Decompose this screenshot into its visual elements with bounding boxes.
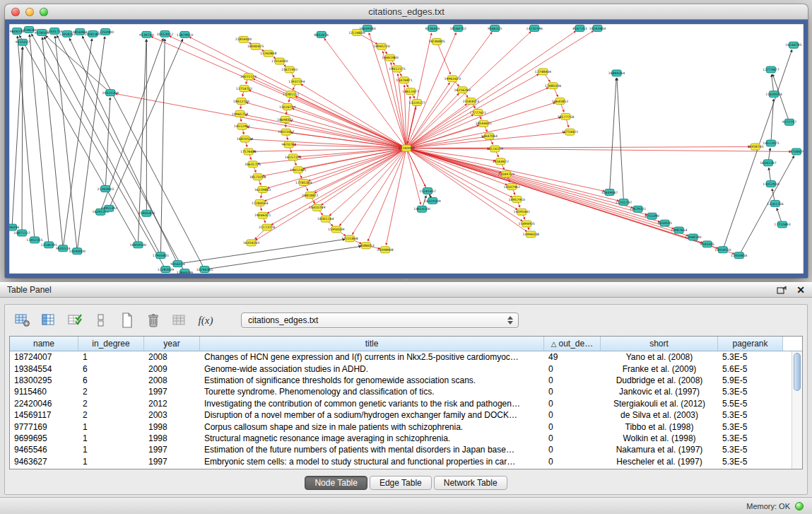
new-file-icon[interactable] bbox=[118, 311, 136, 329]
table-cell[interactable]: 18300295 bbox=[10, 375, 78, 385]
table-row[interactable]: 1456911722003Disruption of a novel membe… bbox=[10, 409, 792, 421]
table-cell[interactable]: 0 bbox=[544, 387, 601, 397]
network-node[interactable]: 19961623 bbox=[444, 76, 461, 82]
table-cell[interactable]: 1 bbox=[78, 457, 144, 467]
network-node[interactable]: 15583023 bbox=[462, 98, 479, 105]
network-node[interactable]: 19412461 bbox=[290, 167, 307, 173]
table-source-dropdown[interactable]: citations_edges.txt bbox=[241, 313, 519, 328]
network-node[interactable]: 15672932 bbox=[281, 66, 298, 73]
network-node[interactable]: 20818872 bbox=[302, 192, 319, 198]
table-cell[interactable]: Stergiakouli et al. (2012) bbox=[601, 399, 718, 409]
network-node[interactable]: 15476871 bbox=[396, 77, 413, 83]
network-node[interactable]: 11452315 bbox=[26, 237, 43, 243]
table-cell[interactable]: 9699695 bbox=[10, 433, 78, 443]
table-cell[interactable]: 0 bbox=[544, 410, 601, 420]
table-cell[interactable]: 49 bbox=[544, 352, 601, 362]
network-node[interactable]: 16754422 bbox=[562, 129, 579, 135]
table-row[interactable]: 911546021997Tourette syndrome. Phenomeno… bbox=[10, 386, 792, 397]
network-node[interactable]: 9546325 bbox=[488, 25, 502, 31]
table-cell[interactable]: Corpus callosum shape and size in male p… bbox=[200, 422, 544, 432]
table-cell[interactable]: 2012 bbox=[144, 399, 200, 409]
table-cell[interactable]: 6 bbox=[78, 375, 144, 385]
network-node[interactable]: 10439047 bbox=[601, 189, 618, 196]
network-node[interactable]: 14512075 bbox=[763, 140, 779, 146]
table-cell[interactable]: 9463627 bbox=[10, 457, 78, 467]
table-cell[interactable]: 0 bbox=[544, 364, 601, 374]
network-node[interactable]: 12937294 bbox=[288, 78, 305, 85]
network-node[interactable]: 11879910 bbox=[177, 31, 194, 37]
table-cell[interactable]: Hescheler et al. (1997) bbox=[601, 457, 718, 467]
table-cell[interactable]: 0 bbox=[544, 399, 601, 409]
table-row[interactable]: 946362711997Embryonic stem cells: a mode… bbox=[10, 456, 792, 467]
network-node[interactable]: 18301264 bbox=[317, 216, 334, 222]
tab-network-table[interactable]: Network Table bbox=[434, 476, 507, 490]
column-header-in-degree[interactable]: in_degree bbox=[78, 337, 144, 351]
column-header-title[interactable]: title bbox=[200, 337, 544, 351]
network-node[interactable]: 18957910 bbox=[509, 196, 526, 202]
network-node[interactable]: 18573258 bbox=[249, 174, 266, 180]
network-node[interactable]: 16256283 bbox=[454, 87, 471, 93]
network-node[interactable]: 16164672 bbox=[493, 158, 510, 165]
table-cell[interactable]: 2008 bbox=[144, 352, 200, 362]
table-cell[interactable]: 5.5E-5 bbox=[718, 399, 783, 409]
network-node[interactable]: 16041287 bbox=[760, 160, 777, 166]
network-node[interactable]: 9505514 bbox=[56, 245, 71, 252]
network-node[interactable]: 18412105 bbox=[233, 98, 250, 105]
network-node[interactable]: 12748404 bbox=[535, 69, 552, 75]
network-node[interactable]: 14645852 bbox=[552, 98, 569, 105]
network-node[interactable]: 18698321 bbox=[277, 116, 294, 122]
table-cell[interactable]: 2009 bbox=[144, 364, 200, 374]
network-node[interactable]: 18163404 bbox=[589, 25, 606, 31]
network-node[interactable]: 17710493 bbox=[774, 221, 791, 228]
network-node[interactable]: 8136404 bbox=[425, 25, 440, 31]
network-node[interactable]: 17554300 bbox=[271, 58, 288, 64]
network-node[interactable]: 16507962 bbox=[504, 184, 521, 190]
network-node[interactable]: 20072116 bbox=[240, 74, 257, 80]
panel-splitter-handle[interactable] bbox=[404, 279, 408, 281]
network-node[interactable]: 18184805 bbox=[428, 38, 445, 45]
table-cell[interactable]: Embryonic stem cells: a model to study s… bbox=[200, 457, 544, 467]
close-panel-icon[interactable]: ✕ bbox=[796, 286, 805, 294]
zoom-window-button[interactable] bbox=[40, 8, 48, 16]
float-panel-icon[interactable] bbox=[777, 286, 787, 294]
network-node[interactable]: 16959500 bbox=[130, 242, 147, 248]
network-node[interactable]: 12116179 bbox=[487, 146, 504, 152]
table-cell[interactable]: de Silva et al. (2003) bbox=[601, 410, 718, 420]
table-cell[interactable]: 2003 bbox=[144, 410, 200, 420]
table-cell[interactable]: 5.3E-5 bbox=[718, 422, 783, 432]
tab-node-table[interactable]: Node Table bbox=[305, 476, 367, 490]
table-cell[interactable]: 5.9E-5 bbox=[718, 375, 783, 385]
network-node[interactable]: 11948190 bbox=[685, 234, 702, 240]
network-node[interactable]: 19046321 bbox=[254, 212, 271, 218]
network-node[interactable]: 20021067 bbox=[278, 129, 295, 135]
table-options-icon[interactable] bbox=[13, 311, 32, 329]
network-node[interactable]: 16820574 bbox=[237, 136, 254, 142]
delete-icon[interactable] bbox=[144, 311, 163, 329]
table-cell[interactable]: 2 bbox=[78, 387, 144, 397]
network-node[interactable]: 19086053 bbox=[358, 243, 375, 249]
network-node[interactable]: 12260868 bbox=[260, 50, 277, 57]
network-node[interactable]: 9970787 bbox=[281, 141, 296, 148]
column-header-year[interactable]: year bbox=[144, 337, 200, 351]
network-node[interactable]: 15950039 bbox=[328, 226, 345, 233]
table-cell[interactable]: 14569117 bbox=[10, 410, 78, 420]
table-row[interactable]: 2242004622012Investigating the contribut… bbox=[10, 398, 792, 409]
import-table-icon[interactable] bbox=[170, 311, 189, 329]
network-node[interactable]: 10590000 bbox=[69, 248, 86, 255]
network-node[interactable]: 17905801 bbox=[153, 252, 170, 259]
table-cell[interactable]: 6 bbox=[78, 364, 144, 374]
network-node[interactable]: 11283309 bbox=[158, 267, 175, 273]
table-cell[interactable]: 1998 bbox=[144, 422, 200, 432]
table-cell[interactable]: Changes of HCN gene expression and I(f) … bbox=[200, 352, 544, 362]
table-cell[interactable]: 1997 bbox=[144, 387, 200, 397]
network-node[interactable]: 18040425 bbox=[247, 43, 264, 49]
table-row[interactable]: 977716911998Corpus callosum shape and si… bbox=[10, 421, 792, 432]
network-node[interactable]: 11439314 bbox=[765, 91, 782, 98]
network-node[interactable]: 12450816 bbox=[731, 252, 748, 259]
table-cell[interactable]: 18724007 bbox=[10, 352, 78, 362]
table-cell[interactable]: 5.6E-5 bbox=[718, 364, 783, 374]
network-node[interactable]: 19412175 bbox=[389, 66, 406, 72]
table-cell[interactable]: 0 bbox=[544, 445, 601, 455]
table-cell[interactable]: 5.3E-5 bbox=[718, 387, 783, 397]
table-cell[interactable]: 2008 bbox=[144, 375, 200, 385]
